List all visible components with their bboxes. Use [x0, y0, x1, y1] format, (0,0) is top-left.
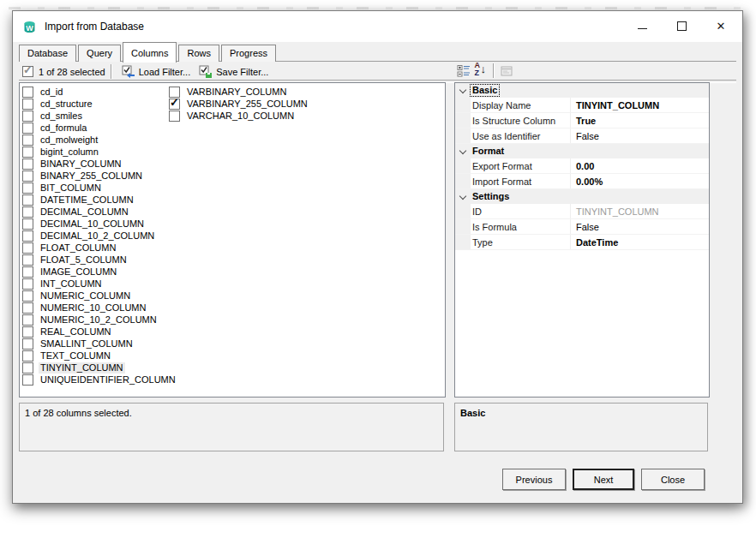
column-checkbox[interactable] [169, 99, 180, 110]
property-value[interactable]: 0.00 [571, 161, 709, 171]
column-checkbox[interactable] [22, 206, 33, 218]
property-row[interactable]: Use as IdentifierFalse [455, 129, 709, 144]
column-checkbox[interactable] [22, 278, 33, 290]
tab-query[interactable]: Query [78, 45, 121, 62]
maximize-button[interactable] [662, 11, 701, 40]
chevron-down-icon[interactable] [455, 195, 471, 199]
column-list-item[interactable]: VARCHAR_10_COLUMN [169, 110, 309, 122]
minimize-button[interactable] [622, 11, 662, 40]
column-checkbox[interactable] [22, 87, 33, 98]
column-checkbox[interactable] [22, 362, 33, 374]
column-list-item[interactable]: DATETIME_COLUMN [22, 194, 177, 206]
column-checkbox[interactable] [22, 338, 33, 350]
column-list-item[interactable]: INT_COLUMN [22, 278, 177, 290]
column-list-item[interactable]: cd_id [22, 86, 177, 98]
property-value[interactable]: 0.00% [571, 176, 709, 187]
select-all-checkbox[interactable] [22, 66, 33, 77]
column-list-item[interactable]: SMALLINT_COLUMN [22, 338, 177, 350]
column-list-item[interactable]: cd_formula [22, 122, 177, 134]
tab-database[interactable]: Database [19, 45, 76, 62]
column-checkbox[interactable] [22, 242, 33, 254]
property-row[interactable]: Display NameTINYINT_COLUMN [455, 98, 709, 113]
property-value[interactable]: DateTime [571, 237, 709, 248]
categorized-view-button[interactable] [454, 63, 472, 80]
column-list-item[interactable]: BINARY_255_COLUMN [22, 170, 177, 182]
load-filter-button[interactable]: Load Filter... [117, 63, 195, 81]
column-checkbox[interactable] [22, 350, 33, 362]
previous-button[interactable]: Previous [502, 469, 566, 490]
property-value[interactable]: TINYINT_COLUMN [571, 206, 709, 217]
property-value[interactable]: False [571, 131, 709, 141]
column-list-item[interactable]: FLOAT_5_COLUMN [22, 254, 177, 266]
column-checkbox[interactable] [22, 374, 33, 386]
column-checkbox[interactable] [22, 158, 33, 170]
column-list-item[interactable]: NUMERIC_COLUMN [22, 290, 177, 302]
column-list-item[interactable]: NUMERIC_10_COLUMN [22, 302, 177, 314]
property-row[interactable]: Import Format0.00% [455, 174, 709, 189]
column-list-item[interactable]: cd_molweight [22, 134, 177, 146]
selection-toggle[interactable]: 1 of 28 selected [22, 62, 105, 81]
column-list-item[interactable]: UNIQUEIDENTIFIER_COLUMN [22, 374, 177, 386]
column-checkbox[interactable] [22, 314, 33, 326]
property-row[interactable]: TypeDateTime [455, 235, 709, 250]
column-checkbox[interactable] [22, 146, 33, 158]
next-button[interactable]: Next [573, 469, 634, 490]
chevron-down-icon[interactable] [455, 150, 471, 153]
chevron-down-icon[interactable] [455, 89, 471, 93]
property-row[interactable]: Is Structure ColumnTrue [455, 113, 709, 129]
column-checkbox[interactable] [22, 135, 33, 146]
column-list-item[interactable]: BINARY_COLUMN [22, 158, 177, 170]
column-list-item[interactable]: DECIMAL_10_COLUMN [22, 218, 177, 230]
close-dialog-button[interactable]: Close [641, 469, 705, 490]
property-category-row[interactable]: Format [455, 144, 709, 158]
column-list-item[interactable]: bigint_column [22, 146, 177, 158]
alphabetical-sort-button[interactable]: A Z ↓ [472, 63, 490, 80]
property-value[interactable]: TINYINT_COLUMN [571, 100, 709, 111]
column-list-item[interactable]: cd_smiles [22, 110, 177, 122]
tab-rows[interactable]: Rows [178, 45, 219, 62]
column-name-label: SMALLINT_COLUMN [39, 338, 135, 350]
column-list-item[interactable]: BIT_COLUMN [22, 182, 177, 194]
column-list-item[interactable]: VARBINARY_255_COLUMN [169, 98, 309, 110]
column-checkbox[interactable] [169, 111, 180, 122]
close-button[interactable]: ✕ [701, 11, 741, 40]
property-row[interactable]: IDTINYINT_COLUMN [455, 204, 709, 219]
column-name-label: IMAGE_COLUMN [39, 266, 118, 278]
column-list-item[interactable]: TEXT_COLUMN [22, 350, 177, 362]
property-value[interactable]: True [571, 116, 709, 126]
column-checkbox[interactable] [22, 182, 33, 194]
column-list-item[interactable]: DECIMAL_10_2_COLUMN [22, 230, 177, 242]
column-checkbox[interactable] [22, 302, 33, 314]
property-row[interactable]: Is FormulaFalse [455, 219, 709, 235]
tab-progress[interactable]: Progress [221, 45, 276, 62]
column-list-item[interactable]: IMAGE_COLUMN [22, 266, 177, 278]
column-list-item[interactable]: NUMERIC_10_2_COLUMN [22, 314, 177, 326]
column-checkbox[interactable] [22, 123, 33, 134]
property-value[interactable]: False [571, 222, 709, 232]
column-checkbox[interactable] [22, 194, 33, 206]
column-checkbox[interactable] [22, 326, 33, 338]
property-category-row[interactable]: Settings [455, 189, 709, 204]
column-list-item[interactable]: DECIMAL_COLUMN [22, 206, 177, 218]
column-checkbox[interactable] [22, 254, 33, 266]
column-checkbox[interactable] [22, 111, 33, 122]
column-list-item[interactable]: cd_structure [22, 98, 177, 110]
property-name: Is Structure Column [471, 113, 571, 128]
tab-columns[interactable]: Columns [123, 42, 177, 63]
property-grid[interactable]: BasicDisplay NameTINYINT_COLUMNIs Struct… [454, 82, 710, 398]
column-checkbox[interactable] [22, 230, 33, 242]
property-row[interactable]: Export Format0.00 [455, 158, 709, 174]
column-checkbox[interactable] [22, 170, 33, 182]
column-checkbox-list[interactable]: cd_idcd_structurecd_smilescd_formulacd_m… [19, 82, 446, 398]
save-filter-button[interactable]: Save Filter... [195, 63, 273, 81]
column-list-item[interactable]: REAL_COLUMN [22, 326, 177, 338]
column-list-item[interactable]: TINYINT_COLUMN [22, 362, 177, 374]
column-name-label: FLOAT_5_COLUMN [39, 254, 129, 266]
column-checkbox[interactable] [22, 266, 33, 278]
column-checkbox[interactable] [22, 99, 33, 110]
property-category-row[interactable]: Basic [455, 83, 709, 98]
column-list-item[interactable]: VARBINARY_COLUMN [169, 86, 309, 98]
column-checkbox[interactable] [22, 290, 33, 302]
column-list-item[interactable]: FLOAT_COLUMN [22, 242, 177, 254]
column-checkbox[interactable] [22, 218, 33, 230]
